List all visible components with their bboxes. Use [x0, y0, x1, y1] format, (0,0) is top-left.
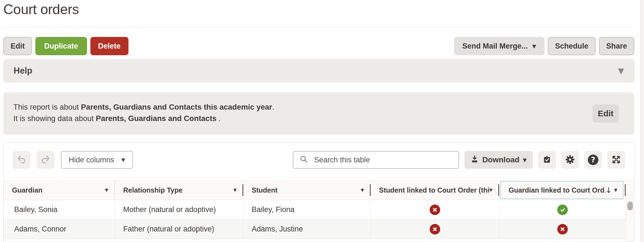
bulk-select-button[interactable]	[538, 151, 556, 169]
delete-button[interactable]: Delete	[90, 37, 128, 55]
schedule-button[interactable]: Schedule	[548, 37, 596, 55]
report-info-panel: This report is about Parents, Guardians …	[3, 92, 634, 135]
hide-columns-button[interactable]: Hide columns ▼	[61, 151, 133, 169]
table-cell: Bailey, Fiona	[243, 200, 371, 219]
page-title: Court orders	[3, 2, 634, 17]
action-bar-right: Send Mail Merge... ▼ Schedule Share	[454, 37, 635, 55]
table-header-row: Guardian ▼ Relationship Type ▼ Student ▼…	[4, 180, 634, 200]
fullscreen-button[interactable]	[607, 151, 625, 169]
column-header-label: Guardian	[12, 186, 105, 194]
help-accordion[interactable]: Help ▼	[3, 59, 634, 82]
send-mail-merge-button[interactable]: Send Mail Merge... ▼	[454, 37, 544, 55]
gear-icon	[565, 155, 575, 165]
table-search[interactable]	[293, 151, 459, 169]
edit-button[interactable]: Edit	[3, 37, 32, 55]
redo-icon	[41, 155, 51, 165]
column-header-relationship-type[interactable]: Relationship Type ▼	[115, 180, 243, 200]
table-cell: Father (natural or adoptive)	[115, 220, 243, 239]
chevron-down-icon[interactable]: ▼	[105, 188, 108, 193]
status-no-icon	[371, 200, 499, 219]
table-row[interactable]: Adams, ConnorFather (natural or adoptive…	[4, 220, 634, 239]
download-label: Download	[482, 155, 519, 164]
column-header-student-linked-court-order[interactable]: Student linked to Court Order (thi... ▼	[371, 180, 499, 200]
help-label: Help	[14, 66, 32, 76]
chevron-down-icon[interactable]: ▼	[233, 188, 237, 193]
table-cell: Mother (natural or adoptive)	[115, 200, 243, 219]
undo-icon	[16, 155, 26, 165]
status-no-icon	[371, 220, 499, 239]
action-bar-left: Edit Duplicate Delete	[3, 37, 128, 55]
table-row[interactable]: Bailey, SoniaMother (natural or adoptive…	[4, 200, 634, 220]
column-header-guardian[interactable]: Guardian ▼	[4, 180, 115, 200]
report-info-line2: It is showing data about Parents, Guardi…	[13, 113, 634, 124]
column-header-label: Student	[252, 186, 361, 194]
chevron-down-icon[interactable]: ▼	[614, 188, 617, 193]
hide-columns-label: Hide columns	[69, 156, 114, 164]
table-panel: Hide columns ▼ Download ▼	[3, 142, 634, 242]
column-header-guardian-linked-court-order[interactable]: Guardian linked to Court Ord... ↓ ▼	[499, 180, 626, 200]
question-mark-icon: ?	[588, 155, 598, 165]
share-button[interactable]: Share	[599, 37, 634, 55]
clipboard-check-icon	[542, 155, 552, 165]
sort-descending-icon[interactable]: ↓	[605, 186, 612, 195]
toolbar-left: Hide columns ▼	[13, 151, 133, 169]
chevron-down-icon: ▼	[532, 43, 536, 49]
download-button[interactable]: Download ▼	[464, 151, 533, 169]
expand-icon	[611, 155, 621, 165]
chevron-down-icon[interactable]: ▼	[361, 188, 364, 193]
table-help-button[interactable]: ?	[584, 151, 602, 169]
column-header-label: Guardian linked to Court Ord...	[509, 186, 605, 194]
send-mail-merge-label: Send Mail Merge...	[462, 42, 528, 51]
undo-button[interactable]	[13, 151, 30, 169]
table-scrollbar[interactable]	[626, 200, 634, 242]
column-header-label: Relationship Type	[123, 186, 233, 194]
column-header-label: Student linked to Court Order (thi...	[379, 186, 489, 194]
toolbar-right: Download ▼ ?	[293, 151, 625, 169]
settings-button[interactable]	[561, 151, 579, 169]
action-bar: Edit Duplicate Delete Send Mail Merge...…	[3, 37, 634, 55]
status-no-icon	[499, 220, 626, 239]
report-info-line1: This report is about Parents, Guardians …	[13, 101, 634, 113]
main-content: Court orders Edit Duplicate Delete Send …	[3, 2, 634, 242]
chevron-down-icon: ▼	[523, 157, 527, 163]
status-yes-icon	[499, 200, 626, 219]
chevron-down-icon: ▼	[122, 157, 125, 163]
search-icon	[299, 155, 308, 165]
duplicate-button[interactable]: Duplicate	[35, 37, 87, 55]
table-toolbar: Hide columns ▼ Download ▼	[4, 143, 634, 180]
table-scrollbar-thumb[interactable]	[627, 201, 633, 210]
page-scrollbar[interactable]	[640, 0, 644, 242]
report-edit-button[interactable]: Edit	[593, 104, 619, 123]
title-divider	[3, 27, 634, 27]
column-header-student[interactable]: Student ▼	[243, 180, 371, 200]
table-body: Bailey, SoniaMother (natural or adoptive…	[4, 200, 634, 242]
table-cell: Bailey, Sonia	[4, 200, 115, 219]
download-icon	[470, 155, 479, 165]
table-cell: Adams, Justine	[243, 220, 371, 239]
chevron-down-icon[interactable]: ▼	[489, 188, 492, 193]
search-input[interactable]	[314, 156, 452, 164]
column-divider	[625, 184, 626, 196]
redo-button[interactable]	[37, 151, 55, 169]
chevron-down-icon[interactable]: ▼	[618, 66, 624, 75]
table-cell: Adams, Connor	[4, 220, 115, 239]
table-row-partial	[4, 239, 634, 242]
